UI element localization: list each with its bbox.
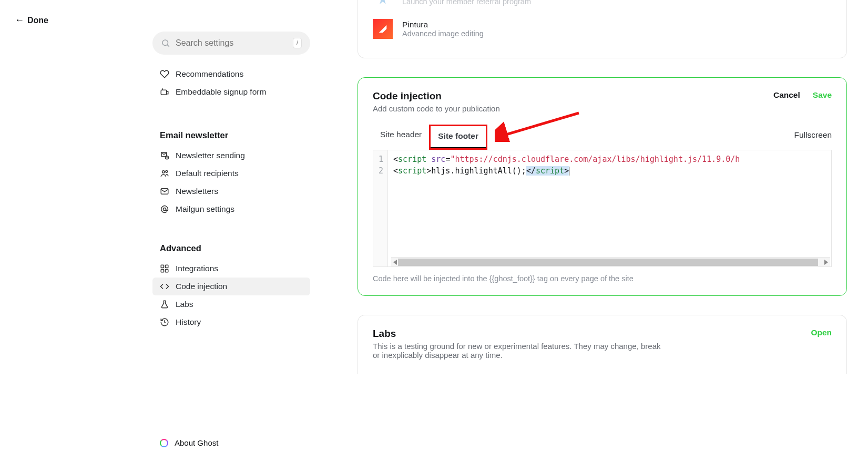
heart-icon	[160, 69, 169, 79]
sidebar-section-email: Email newsletter	[152, 130, 310, 140]
save-button[interactable]: Save	[813, 90, 832, 100]
search-settings[interactable]: /	[152, 32, 310, 55]
integration-sub: Advanced image editing	[402, 29, 484, 38]
svg-rect-9	[166, 265, 168, 268]
about-ghost[interactable]: About Ghost	[152, 434, 310, 451]
sidebar-item-newsletters[interactable]: Newsletters	[152, 182, 310, 200]
editor-gutter: 12	[373, 150, 388, 266]
sidebar-item-mailgun[interactable]: Mailgun settings	[152, 200, 310, 218]
code-editor[interactable]: 12 <script src="https://cdnjs.cloudflare…	[373, 150, 832, 267]
sidebar-item-label: Embeddable signup form	[176, 87, 266, 97]
mail-icon	[160, 187, 169, 196]
sidebar-item-label: Mailgun settings	[176, 204, 234, 214]
labs-card: Labs This is a testing ground for new or…	[358, 315, 847, 374]
sidebar-item-embeddable-signup[interactable]: Embeddable signup form	[152, 83, 310, 101]
card-subtitle: Add custom code to your publication	[373, 104, 500, 113]
editor-content[interactable]: <script src="https://cdnjs.cloudflare.co…	[388, 150, 831, 266]
code-icon	[160, 282, 169, 291]
sidebar-item-default-recipients[interactable]: Default recipients	[152, 165, 310, 182]
sidebar-item-label: Newsletter sending	[176, 151, 245, 160]
about-label: About Ghost	[175, 438, 218, 447]
integration-sub: Launch your member referral program	[402, 0, 531, 6]
sidebar-section-advanced: Advanced	[152, 243, 310, 253]
sidebar-item-recommendations[interactable]: Recommendations	[152, 65, 310, 83]
svg-point-4	[162, 171, 165, 173]
done-button[interactable]: ← Done	[15, 15, 48, 26]
search-icon	[161, 38, 170, 48]
integrations-card: Launch your member referral program Pint…	[358, 0, 847, 58]
sidebar-item-label: Integrations	[176, 264, 218, 273]
svg-point-0	[162, 40, 168, 46]
annotation-highlight-box: Site footer	[429, 125, 487, 150]
blocks-icon	[160, 264, 169, 273]
scroll-left-icon[interactable]	[393, 260, 397, 265]
sidebar-item-label: Newsletters	[176, 187, 218, 196]
integration-row-pintura[interactable]: Pintura Advanced image editing	[373, 18, 832, 45]
code-injection-card: Code injection Add custom code to your p…	[358, 77, 847, 296]
editor-cursor	[569, 167, 569, 176]
code-line-1: <script src="https://cdnjs.cloudflare.co…	[393, 153, 826, 165]
code-injection-tabs: Site header Site footer Fullscreen	[373, 125, 832, 150]
tab-site-footer[interactable]: Site footer	[431, 126, 486, 148]
editor-horizontal-scrollbar[interactable]	[391, 257, 830, 266]
svg-point-7	[163, 208, 166, 210]
svg-rect-10	[161, 270, 164, 272]
send-icon	[160, 151, 169, 160]
svg-line-1	[167, 45, 169, 46]
sidebar-item-history[interactable]: History	[152, 313, 310, 331]
code-line-2: <script>hljs.highlightAll();</script>	[393, 165, 826, 177]
card-title: Labs	[373, 328, 667, 340]
sidebar-item-label: Default recipients	[176, 169, 239, 178]
done-label: Done	[27, 16, 48, 25]
search-input[interactable]	[176, 38, 288, 48]
editor-hint: Code here will be injected into the {{gh…	[373, 274, 832, 283]
search-shortcut: /	[293, 38, 302, 48]
integration-row-referral[interactable]: Launch your member referral program	[373, 0, 832, 18]
svg-point-5	[166, 170, 168, 172]
at-icon	[160, 204, 169, 214]
svg-rect-8	[161, 265, 164, 268]
open-button[interactable]: Open	[811, 328, 832, 337]
cancel-button[interactable]: Cancel	[773, 90, 800, 100]
referral-icon	[373, 0, 393, 12]
sidebar-item-integrations[interactable]: Integrations	[152, 260, 310, 278]
scroll-right-icon[interactable]	[824, 260, 828, 265]
sidebar-item-label: Labs	[176, 300, 193, 309]
arrow-left-icon: ←	[15, 15, 24, 26]
sidebar-item-label: Code injection	[176, 282, 227, 291]
sidebar-item-labs[interactable]: Labs	[152, 295, 310, 313]
flask-icon	[160, 300, 169, 309]
pintura-icon	[373, 19, 393, 39]
svg-rect-11	[166, 270, 168, 272]
scroll-track[interactable]	[398, 259, 818, 266]
ghost-ring-icon	[160, 439, 168, 447]
sidebar-item-label: History	[176, 317, 201, 327]
history-icon	[160, 317, 169, 327]
main-content: Launch your member referral program Pint…	[310, 0, 868, 462]
integration-title: Pintura	[402, 20, 484, 29]
sidebar-item-newsletter-sending[interactable]: Newsletter sending	[152, 147, 310, 165]
svg-rect-2	[161, 90, 167, 95]
fullscreen-button[interactable]: Fullscreen	[794, 130, 832, 144]
sidebar: / Recommendations Embeddable signup form…	[152, 0, 310, 462]
card-subtitle: This is a testing ground for new or expe…	[373, 342, 667, 360]
users-icon	[160, 169, 169, 178]
card-title: Code injection	[373, 90, 500, 102]
sidebar-item-code-injection[interactable]: Code injection	[152, 278, 310, 295]
form-icon	[160, 87, 169, 97]
tab-site-header[interactable]: Site header	[373, 125, 429, 150]
sidebar-item-label: Recommendations	[176, 69, 243, 79]
